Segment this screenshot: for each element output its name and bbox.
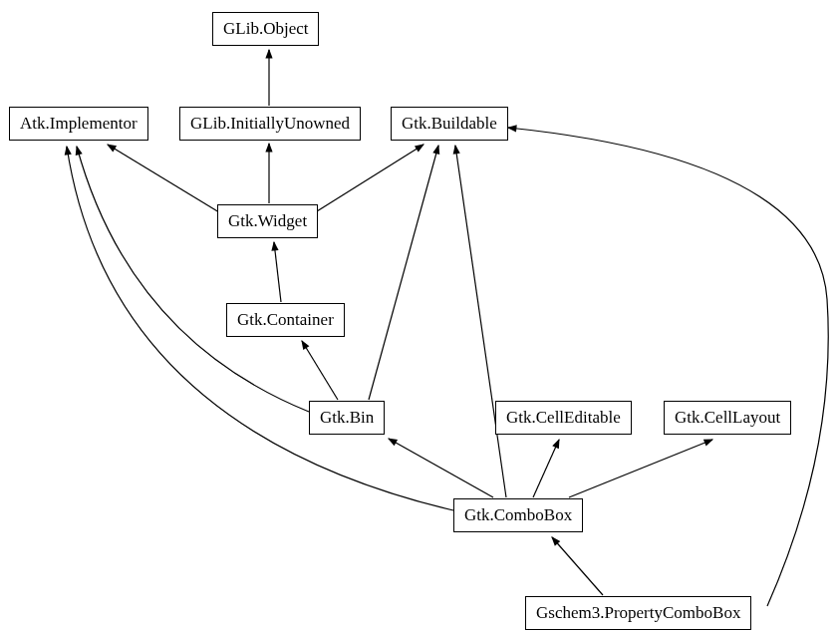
svg-line-7 bbox=[369, 146, 438, 400]
svg-line-5 bbox=[274, 242, 281, 302]
node-gtk-bin: Gtk.Bin bbox=[309, 401, 385, 435]
svg-line-3 bbox=[108, 145, 219, 212]
svg-line-11 bbox=[569, 440, 712, 497]
node-gtk-celllayout: Gtk.CellLayout bbox=[664, 401, 791, 435]
node-gtk-celleditable: Gtk.CellEditable bbox=[495, 401, 632, 435]
node-gtk-container: Gtk.Container bbox=[226, 303, 345, 337]
svg-line-6 bbox=[302, 341, 338, 400]
node-atk-implementor: Atk.Implementor bbox=[9, 107, 148, 141]
node-gtk-buildable: Gtk.Buildable bbox=[391, 107, 508, 141]
node-gtk-widget: Gtk.Widget bbox=[217, 204, 318, 238]
node-glib-object: GLib.Object bbox=[212, 12, 319, 46]
svg-line-9 bbox=[455, 146, 506, 497]
svg-line-10 bbox=[533, 440, 559, 497]
svg-line-12 bbox=[552, 537, 603, 595]
node-gtk-combobox: Gtk.ComboBox bbox=[453, 498, 583, 532]
svg-line-8 bbox=[389, 439, 493, 497]
svg-line-4 bbox=[317, 145, 423, 211]
class-hierarchy-diagram: GLib.Object GLib.InitiallyUnowned Atk.Im… bbox=[0, 0, 840, 633]
node-gschem3-propertycombobox: Gschem3.PropertyComboBox bbox=[525, 596, 751, 630]
node-glib-initiallyunowned: GLib.InitiallyUnowned bbox=[179, 107, 361, 141]
